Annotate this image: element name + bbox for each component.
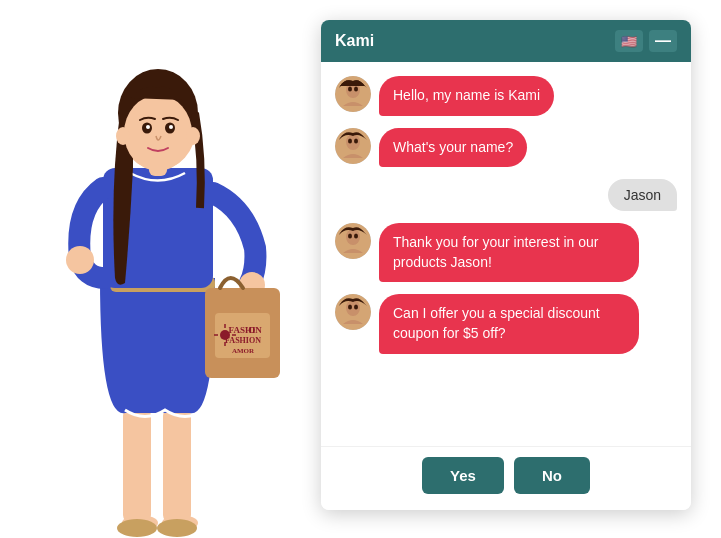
bot-avatar [335,294,371,330]
svg-point-33 [348,87,352,92]
message-row: Hello, my name is Kami [335,76,677,116]
header-controls: 🇺🇸 — [615,30,677,52]
minimize-button[interactable]: — [649,30,677,52]
bot-message-text: What's your name? [393,139,513,155]
message-row: What's your name? [335,128,677,168]
svg-point-5 [157,519,197,537]
svg-point-37 [348,138,352,143]
bot-avatar [335,76,371,112]
svg-point-29 [116,127,130,145]
bot-message-bubble: What's your name? [379,128,527,168]
svg-point-28 [169,125,173,129]
svg-rect-2 [123,408,151,523]
svg-point-27 [146,125,150,129]
svg-point-34 [354,87,358,92]
bot-message-bubble: Thank you for your interest in our produ… [379,223,639,282]
flag-icon: 🇺🇸 [621,34,637,49]
bot-avatar [335,128,371,164]
chat-header: Kami 🇺🇸 — [321,20,691,62]
language-button[interactable]: 🇺🇸 [615,30,643,52]
svg-point-40 [346,229,360,245]
svg-point-15 [220,330,230,340]
svg-point-42 [354,234,358,239]
svg-point-24 [124,95,192,171]
bot-message-bubble: Hello, my name is Kami [379,76,554,116]
message-row: Thank you for your interest in our produ… [335,223,677,282]
chat-action-buttons: Yes No [321,446,691,510]
bot-avatar [335,223,371,259]
user-message-text: Jason [624,187,661,203]
bot-message-text: Thank you for your interest in our produ… [393,234,598,270]
minimize-icon: — [655,32,671,50]
message-row-user: Jason [335,179,677,211]
bot-message-text: Hello, my name is Kami [393,87,540,103]
svg-point-8 [66,246,94,274]
bot-message-bubble: Can I offer you a special discount coupo… [379,294,639,353]
svg-point-44 [346,300,360,316]
svg-text:AMOR: AMOR [232,347,255,355]
svg-point-36 [346,134,360,150]
svg-text:FASHION: FASHION [225,336,261,345]
svg-text:ON: ON [248,325,262,335]
chat-window: Kami 🇺🇸 — [321,20,691,510]
no-button[interactable]: No [514,457,590,494]
svg-point-30 [186,127,200,145]
svg-rect-3 [163,408,191,523]
svg-point-41 [348,234,352,239]
chat-messages: Hello, my name is Kami What's your name? [321,62,691,446]
svg-point-4 [117,519,157,537]
svg-point-45 [348,305,352,310]
chat-title: Kami [335,32,374,50]
yes-button[interactable]: Yes [422,457,504,494]
user-message-bubble: Jason [608,179,677,211]
svg-point-46 [354,305,358,310]
svg-point-38 [354,138,358,143]
message-row: Can I offer you a special discount coupo… [335,294,677,353]
character-illustration: FASHI ON FASHION AMOR [0,0,310,538]
bot-message-text: Can I offer you a special discount coupo… [393,305,600,341]
